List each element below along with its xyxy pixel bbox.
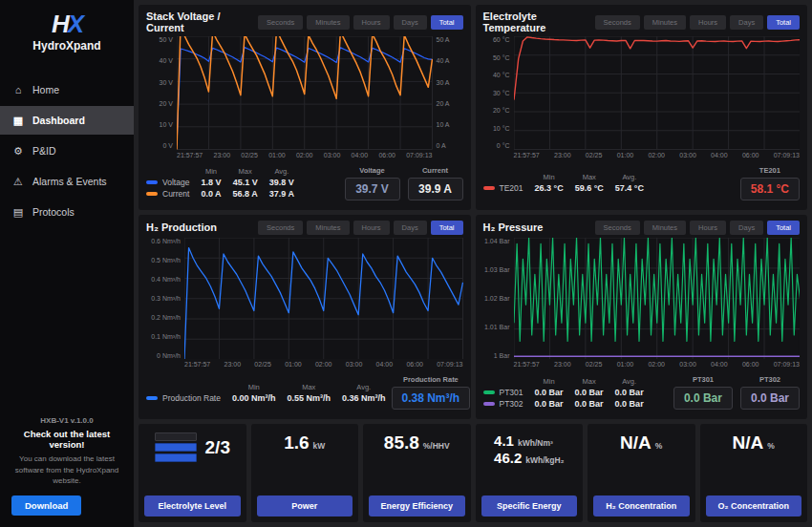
readout: Production Rate 0.38 Nm³/h — [392, 375, 471, 410]
kpi-row: 2/3 Electrolyte Level 1.6 kW Power 85.8 … — [139, 424, 807, 522]
sidebar-nav: ⌂ Home ▦ Dashboard ⚙ P&ID ⚠ Alarms & Eve… — [0, 75, 134, 226]
y-tick-label: 50 A — [437, 36, 450, 43]
sidebar-item-alarms-events[interactable]: ⚠ Alarms & Events — [0, 167, 134, 196]
specific-energy-unit-nm3: kWh/Nm³ — [518, 438, 553, 448]
time-range-button[interactable]: Hours — [690, 15, 726, 30]
readout-label: PT302 — [759, 375, 780, 384]
y-tick-label: 0 °C — [497, 142, 510, 149]
time-range-button[interactable]: Hours — [353, 15, 390, 30]
time-range-button[interactable]: Seconds — [595, 15, 640, 30]
stats-table: Min Max Avg. PT301 0.0 Bar 0.0 Bar 0.0 B… — [483, 376, 650, 410]
panel-title: H₂ Pressure — [483, 221, 544, 233]
stat-row: Current 0.0 A 56.8 A 37.9 A — [146, 188, 300, 200]
time-range-button[interactable]: Total — [431, 221, 463, 235]
y-tick-label: 1.03 Bar — [484, 266, 509, 273]
time-range-button[interactable]: Total — [767, 15, 800, 30]
stats-header-avg: Avg. — [609, 376, 650, 387]
y-tick-label: 60 °C — [493, 36, 510, 43]
stat-max: 0.0 Bar — [569, 387, 609, 398]
time-range-button[interactable]: Seconds — [595, 221, 640, 235]
readout-value: 39.7 V — [345, 178, 400, 200]
stats-table: Min Max Avg. Voltage 1.8 V 45.1 V 39.8 V… — [146, 166, 300, 200]
x-tick-label: 06:00 — [406, 361, 423, 368]
time-range-button[interactable]: Minutes — [307, 15, 349, 30]
readout-value: 0.0 Bar — [740, 387, 800, 410]
o2-concentration-label[interactable]: O₂ Concentration — [706, 495, 802, 516]
power-label[interactable]: Power — [257, 495, 353, 516]
electrolyte-level-value: 2/3 — [205, 437, 230, 458]
y-tick-label: 0.2 Nm³/h — [151, 314, 181, 321]
specific-energy-label[interactable]: Specific Energy — [481, 495, 578, 516]
kpi-power: 1.6 kW Power — [251, 424, 359, 522]
time-range-button[interactable]: Minutes — [307, 221, 349, 235]
panel-electrolyte-temperature: Electrolyte Temperature SecondsMinutesHo… — [476, 5, 808, 210]
time-range-button[interactable]: Seconds — [258, 15, 303, 30]
stats-header-max: Max — [569, 172, 609, 182]
readout-value: 0.38 Nm³/h — [392, 387, 471, 410]
stats-table: Min Max Avg. TE201 26.3 °C 59.6 °C 57.4 … — [483, 172, 650, 194]
x-tick-label: 04:00 — [352, 152, 369, 158]
sidebar-item-home[interactable]: ⌂ Home — [0, 75, 134, 104]
kpi-h2-concentration: N/A % H₂ Concentration — [588, 424, 695, 522]
time-range-button[interactable]: Minutes — [644, 15, 686, 30]
time-range-button[interactable]: Total — [767, 221, 800, 235]
time-range-button[interactable]: Days — [730, 15, 763, 30]
y-tick-label: 50 °C — [493, 54, 510, 61]
readout-value: 58.1 °C — [740, 178, 800, 200]
time-range-button[interactable]: Days — [394, 221, 427, 235]
home-icon: ⌂ — [11, 84, 25, 95]
stat-row: PT302 0.0 Bar 0.0 Bar 0.0 Bar — [483, 398, 650, 410]
y-tick-label: 0.1 Nm³/h — [151, 333, 181, 340]
y-tick-label: 1.01 Bar — [484, 324, 509, 330]
legend-label: PT301 — [500, 388, 524, 397]
voltage-current-chart — [177, 36, 433, 150]
legend-swatch — [483, 186, 495, 190]
y-tick-label: 40 V — [160, 57, 173, 64]
y-tick-label: 20 A — [437, 100, 450, 107]
time-axis: 21:57:5723:0002/2501:0002:0003:0004:0006… — [514, 361, 801, 368]
stat-max: 45.1 V — [227, 177, 264, 188]
sidebar-item-dashboard[interactable]: ▦ Dashboard — [0, 106, 134, 135]
voltage-axis: 50 V40 V30 V20 V10 V0 V — [146, 36, 177, 150]
time-range-button[interactable]: Seconds — [258, 221, 303, 235]
time-range-button[interactable]: Hours — [690, 221, 726, 235]
x-tick-label: 23:00 — [554, 152, 571, 158]
h2-concentration-label[interactable]: H₂ Concentration — [593, 495, 690, 516]
time-range-button[interactable]: Days — [730, 221, 763, 235]
readouts: Voltage 39.7 V Current 39.9 A — [345, 166, 463, 200]
electrolyte-level-label[interactable]: Electrolyte Level — [144, 495, 241, 516]
download-button[interactable]: Download — [11, 495, 81, 516]
update-body-text: You can download the latest software fro… — [11, 453, 122, 486]
stats-header-min: Min — [529, 376, 569, 387]
stat-avg: 0.0 Bar — [609, 387, 650, 398]
x-tick-label: 21:57:57 — [184, 361, 210, 368]
stat-avg: 0.0 Bar — [609, 398, 650, 410]
energy-efficiency-label[interactable]: Energy Efficiency — [369, 495, 465, 516]
time-range-button[interactable]: Hours — [353, 221, 390, 235]
legend-label: TE201 — [500, 183, 524, 193]
panel-stack-voltage-current: Stack Voltage / Current SecondsMinutesHo… — [139, 5, 471, 210]
readout-label: Production Rate — [403, 375, 459, 384]
panel-title: Stack Voltage / Current — [146, 11, 258, 33]
specific-energy-value-kg: 46.2 — [494, 450, 522, 466]
time-axis: 21:57:5723:0002/2501:0002:0003:0004:0006… — [514, 152, 801, 158]
sidebar-item-label: Home — [32, 84, 59, 95]
y-tick-label: 0 Nm³/h — [157, 352, 181, 359]
y-tick-label: 50 V — [160, 36, 173, 43]
brand-name: HydroXpand — [32, 39, 100, 53]
y-tick-label: 0.3 Nm³/h — [151, 295, 181, 302]
x-tick-label: 06:00 — [742, 152, 759, 158]
power-value: 1.6 — [284, 432, 309, 453]
stats-header-max: Max — [227, 166, 264, 177]
x-tick-label: 01:00 — [268, 152, 286, 158]
readout: TE201 58.1 °C — [740, 166, 800, 200]
time-range-button[interactable]: Minutes — [644, 221, 686, 235]
sidebar-item-protocols[interactable]: ▤ Protocols — [0, 198, 134, 226]
sidebar-item-pid[interactable]: ⚙ P&ID — [0, 137, 134, 165]
x-tick-label: 01:00 — [617, 361, 634, 368]
stat-min: 0.0 Bar — [529, 398, 569, 410]
time-range-button[interactable]: Days — [394, 15, 427, 30]
time-range-button[interactable]: Total — [431, 15, 463, 30]
sidebar: HX HydroXpand ⌂ Home ▦ Dashboard ⚙ P&ID … — [0, 0, 134, 527]
protocols-icon: ▤ — [11, 206, 25, 219]
